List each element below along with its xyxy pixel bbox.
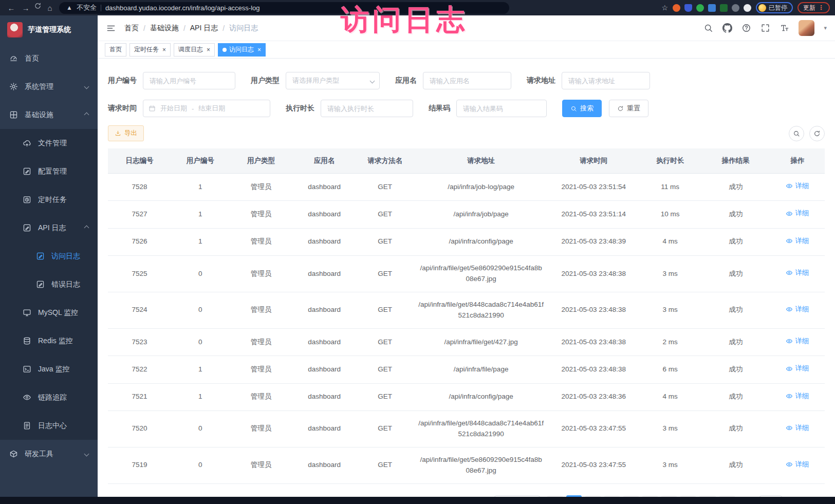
table-row[interactable]: 75240管理员dashboardGET/api/infra/file/get/… <box>108 292 825 328</box>
more-pages-button[interactable]: ··· <box>680 495 696 497</box>
detail-link[interactable]: 详细 <box>786 423 809 434</box>
column-header[interactable]: 应用名 <box>292 148 356 174</box>
detail-link[interactable]: 详细 <box>786 268 809 278</box>
sidebar-item-trace[interactable]: 链路追踪 <box>0 383 98 412</box>
tab-home[interactable]: 首页 <box>105 43 126 57</box>
column-header[interactable]: 操作 <box>770 148 825 174</box>
user-id-input[interactable] <box>143 72 235 89</box>
column-header[interactable]: 操作结果 <box>701 148 770 174</box>
kebab-menu-icon[interactable]: ⋮ <box>818 4 824 11</box>
page-button[interactable]: 1 <box>566 495 582 497</box>
user-avatar[interactable] <box>799 20 814 36</box>
page-button[interactable]: 6 <box>661 495 677 497</box>
table-row[interactable]: 75250管理员dashboardGET/api/infra/file/get/… <box>108 256 825 292</box>
detail-link[interactable]: 详细 <box>786 336 809 347</box>
goto-page-input[interactable] <box>759 495 782 497</box>
page-button[interactable]: 4 <box>623 495 639 497</box>
table-row[interactable]: 75281管理员dashboardGET/api/infra/job-log/p… <box>108 174 825 201</box>
close-icon[interactable]: × <box>207 47 210 53</box>
fullscreen-icon[interactable] <box>760 23 770 33</box>
sidebar-item-mysql-monitor[interactable]: MySQL 监控 <box>0 298 98 327</box>
column-header[interactable]: 用户类型 <box>229 148 292 174</box>
page-button[interactable]: 5 <box>642 495 658 497</box>
sidebar-item-config-management[interactable]: 配置管理 <box>0 157 98 185</box>
sidebar-item-access-log[interactable]: 访问日志 <box>0 242 98 270</box>
caret-down-icon[interactable]: ▾ <box>824 25 827 31</box>
reset-button[interactable]: 重置 <box>609 100 648 117</box>
sidebar-item-redis-monitor[interactable]: Redis 监控 <box>0 327 98 355</box>
column-header[interactable]: 用户编号 <box>171 148 229 174</box>
column-header[interactable]: 请求时间 <box>548 148 639 174</box>
sidebar-item-file-management[interactable]: 文件管理 <box>0 129 98 157</box>
search-icon[interactable] <box>703 23 713 33</box>
sidebar-item-api-log[interactable]: API 日志 <box>0 214 98 242</box>
bookmark-star-icon[interactable]: ☆ <box>661 4 668 12</box>
page-size-select[interactable]: 10条/页 <box>494 495 540 497</box>
update-button[interactable]: 更新 ⋮ <box>797 2 830 13</box>
app-name-input[interactable] <box>423 72 511 89</box>
next-page-button[interactable] <box>719 495 735 497</box>
page-button[interactable]: 3 <box>604 495 620 497</box>
sidebar-item-scheduled-jobs[interactable]: 定时任务 <box>0 185 98 214</box>
breadcrumb-item[interactable]: API 日志 <box>190 24 218 33</box>
table-row[interactable]: 75211管理员dashboardGET/api/infra/config/pa… <box>108 383 825 410</box>
page-button[interactable]: 2 <box>585 495 601 497</box>
home-icon[interactable]: ⌂ <box>44 2 56 13</box>
forward-icon[interactable]: → <box>20 2 32 13</box>
sidebar-item-infrastructure[interactable]: 基础设施 <box>0 101 98 129</box>
table-row[interactable]: 75271管理员dashboardGET/api/infra/job/page2… <box>108 201 825 228</box>
sidebar-item-home[interactable]: 首页 <box>0 44 98 72</box>
extension-orange-icon[interactable] <box>673 4 680 12</box>
sidebar-item-dev-tools[interactable]: 研发工具 <box>0 440 98 468</box>
column-header[interactable]: 日志编号 <box>108 148 171 174</box>
sidebar-item-error-log[interactable]: 错误日志 <box>0 270 98 298</box>
extension-tampermonkey-icon[interactable] <box>720 4 728 12</box>
extension-shield-icon[interactable] <box>684 4 692 12</box>
tab-job-log[interactable]: 调度日志× <box>174 43 215 57</box>
date-range-picker[interactable]: 开始日期 - 结束日期 <box>143 100 270 117</box>
table-row[interactable]: 75200管理员dashboardGET/api/infra/file/get/… <box>108 410 825 447</box>
close-icon[interactable]: × <box>162 47 166 53</box>
github-icon[interactable] <box>722 23 732 33</box>
extension-pinwheel-icon[interactable] <box>744 4 751 12</box>
detail-link[interactable]: 详细 <box>786 391 809 402</box>
extension-blue-grid-icon[interactable] <box>708 4 716 12</box>
close-icon[interactable]: × <box>257 47 261 53</box>
detail-link[interactable]: 详细 <box>786 236 809 247</box>
table-row[interactable]: 75230管理员dashboardGET/api/infra/file/get/… <box>108 328 825 356</box>
detail-link[interactable]: 详细 <box>786 363 809 374</box>
export-button[interactable]: 导出 <box>108 125 144 141</box>
detail-link[interactable]: 详细 <box>786 304 809 315</box>
request-url-input[interactable] <box>562 72 650 89</box>
tab-cron-job[interactable]: 定时任务× <box>129 43 171 57</box>
table-row[interactable]: 75190管理员dashboardGET/api/infra/file/get/… <box>108 447 825 483</box>
search-button[interactable]: 搜索 <box>562 100 602 117</box>
address-bar[interactable]: ▲ 不安全 dashboard.yudao.iocoder.cn/infra/l… <box>59 2 509 14</box>
table-row[interactable]: 75261管理员dashboardGET/api/infra/config/pa… <box>108 228 825 255</box>
column-header[interactable]: 请求地址 <box>414 148 548 174</box>
detail-link[interactable]: 详细 <box>786 459 809 470</box>
hamburger-icon[interactable] <box>106 23 116 33</box>
detail-link[interactable]: 详细 <box>786 208 809 219</box>
breadcrumb-item[interactable]: 首页 <box>124 24 139 33</box>
paused-extension-chip[interactable]: 已暂停 <box>756 2 793 13</box>
user-type-select[interactable]: 请选择用户类型 <box>286 72 380 89</box>
reload-icon[interactable] <box>34 2 42 10</box>
result-code-input[interactable] <box>456 100 547 117</box>
back-icon[interactable]: ← <box>5 2 17 13</box>
page-button[interactable]: 753 <box>699 495 716 497</box>
extension-green-circle-icon[interactable] <box>696 4 704 12</box>
prev-page-button[interactable] <box>547 495 563 497</box>
refresh-table-button[interactable] <box>809 126 825 141</box>
duration-input[interactable] <box>321 100 413 117</box>
extension-person-icon[interactable] <box>732 4 739 12</box>
breadcrumb-item[interactable]: 基础设施 <box>150 24 179 33</box>
toggle-search-button[interactable] <box>789 126 804 141</box>
sidebar-item-java-monitor[interactable]: Java 监控 <box>0 355 98 383</box>
sidebar-item-log-center[interactable]: 日志中心 <box>0 412 98 440</box>
table-row[interactable]: 75221管理员dashboardGET/api/infra/file/page… <box>108 356 825 383</box>
column-header[interactable]: 执行时长 <box>639 148 701 174</box>
detail-link[interactable]: 详细 <box>786 181 809 192</box>
font-size-icon[interactable] <box>780 23 789 33</box>
tab-access-log[interactable]: 访问日志× <box>218 43 266 57</box>
